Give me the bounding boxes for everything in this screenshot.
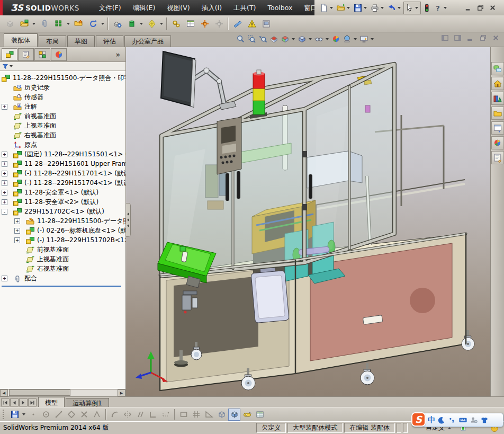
tree-item[interactable]: -229H151702C<1> (默认) [0,207,125,216]
measure-button[interactable] [241,409,253,421]
commandmanager-tab[interactable]: 草图 [67,36,95,47]
menu-item[interactable]: Toolbox [262,0,298,15]
tree-expand-toggle[interactable]: + [2,180,7,186]
document-tab[interactable]: 模型 [38,397,65,407]
dropdown-caret-icon[interactable] [444,7,447,9]
save-button[interactable] [353,2,369,14]
commandmanager-tab[interactable]: 装配体 [4,33,38,47]
minimize-document-button[interactable] [466,34,474,42]
zoom-to-area-button[interactable] [246,34,257,44]
design-library-button[interactable] [491,92,504,105]
displaymanager-tab[interactable] [51,48,67,61]
dropdown-caret-icon[interactable] [309,38,312,40]
tree-item[interactable]: 历史记录 [0,83,125,92]
dropdown-caret-icon[interactable] [330,7,333,9]
new-document-button[interactable] [319,2,335,14]
tree-item[interactable]: +(-) 02-26--标签机底盘<1> (默认 [0,226,125,235]
dropdown-caret-icon[interactable] [347,7,350,9]
rebuild-button[interactable] [421,2,432,14]
graphics-area[interactable] [126,47,490,396]
instant-3d-button[interactable] [230,16,245,31]
tree-item[interactable]: 传感器 [0,92,125,102]
dropdown-caret-icon[interactable] [371,38,374,40]
tree-item[interactable]: +11-28-安全罩<2> (默认) [0,197,125,207]
circle-button[interactable] [40,409,52,421]
file-explorer-button[interactable] [491,107,504,120]
previous-tab-button[interactable] [10,398,19,406]
pane-display-right-button[interactable] [454,34,462,42]
open-document-button[interactable] [336,2,352,14]
dropdown-caret-icon[interactable] [101,23,104,25]
tree-item[interactable]: 前视基准面 [0,245,125,254]
configurationmanager-tab[interactable] [34,48,50,61]
construction-geometry-button[interactable] [159,409,172,421]
assembly-features-button[interactable] [124,16,139,31]
edit-appearance-button[interactable] [330,34,341,44]
tree-expand-toggle[interactable]: + [2,199,7,205]
ime-mode-toggle[interactable]: 中 [428,415,435,425]
help-button[interactable]: ? [433,2,449,14]
line-button[interactable] [52,409,65,421]
bill-of-materials-button[interactable] [183,16,197,31]
new-motion-study-button[interactable] [169,16,183,31]
insert-components-button[interactable] [17,16,31,31]
undo-button[interactable] [386,2,403,14]
tree-item[interactable]: +11-28-安全罩<1> (默认) [0,188,125,197]
tree-item[interactable]: 上视基准面 [0,254,125,264]
tree-expand-toggle[interactable]: + [2,161,7,167]
tree-item[interactable]: +(-) 11-28--229H151704<1> (默认) [0,178,125,188]
edit-component-button[interactable] [3,16,17,31]
linear-component-pattern-button[interactable] [51,16,66,31]
panel-splitter-handle[interactable] [126,203,131,237]
mate-button[interactable] [37,16,51,31]
tree-item[interactable]: +配合 [0,273,125,283]
tree-item[interactable]: 原点 [0,140,125,149]
dropdown-caret-icon[interactable] [415,7,418,9]
explode-line-sketch-button[interactable] [212,16,226,31]
display-style-button[interactable] [296,34,308,44]
scroll-left-arrow[interactable]: ◀ [0,389,8,396]
tree-expand-toggle[interactable]: + [2,171,7,176]
view-orientation-button[interactable] [280,34,291,44]
tree-item[interactable]: +(固定) 11-28--229H151501<1> (デフ [0,149,125,159]
tree-expand-toggle[interactable]: + [2,104,7,110]
trim-surface-button[interactable] [177,409,190,421]
tree-expand-toggle[interactable]: + [14,228,20,234]
dropdown-caret-icon[interactable] [160,23,163,25]
design-table-button[interactable] [254,409,266,421]
dropdown-caret-icon[interactable] [364,7,367,9]
sogou-logo[interactable]: S [411,412,426,427]
appearances-scenes-button[interactable] [491,136,504,149]
tree-expand-toggle[interactable]: + [14,218,20,224]
3d-assembly-model[interactable] [126,47,490,396]
exploded-view-button[interactable] [197,16,212,31]
custom-properties-button[interactable] [491,151,504,164]
menu-item[interactable]: 编辑(E) [127,0,161,15]
scrollbar-track[interactable] [8,389,118,396]
dropdown-caret-icon[interactable] [67,23,70,25]
tangent-arc-button[interactable] [109,409,121,421]
menu-item[interactable]: 视图(V) [161,0,195,15]
view-settings-button[interactable] [358,34,370,44]
person-icon[interactable] [470,416,478,424]
toolbar-grip[interactable] [3,410,5,419]
show-hidden-components-button[interactable] [110,16,124,31]
panel-overflow-chevron[interactable]: » [115,50,124,59]
tree-item[interactable]: 右视基准面 [0,264,125,273]
sketch-point-button[interactable] [27,409,39,421]
smart-fasteners-button[interactable] [71,16,86,31]
tree-item[interactable]: 右视基准面 [0,130,125,140]
mirror-entities-button[interactable] [121,409,133,421]
first-tab-button[interactable] [1,398,10,406]
sketch-chamfer-button[interactable] [91,409,103,421]
polygon-button[interactable] [65,409,77,421]
restore-document-button[interactable] [479,34,487,42]
pane-display-left-button[interactable] [441,34,449,42]
dropdown-caret-icon[interactable] [354,38,357,40]
minimize-app-button[interactable] [464,4,472,12]
previous-view-button[interactable] [257,34,268,44]
propertymanager-tab[interactable] [18,48,34,61]
close-app-button[interactable] [489,4,497,12]
dropdown-caret-icon[interactable] [381,7,384,9]
move-component-button[interactable] [86,16,100,31]
